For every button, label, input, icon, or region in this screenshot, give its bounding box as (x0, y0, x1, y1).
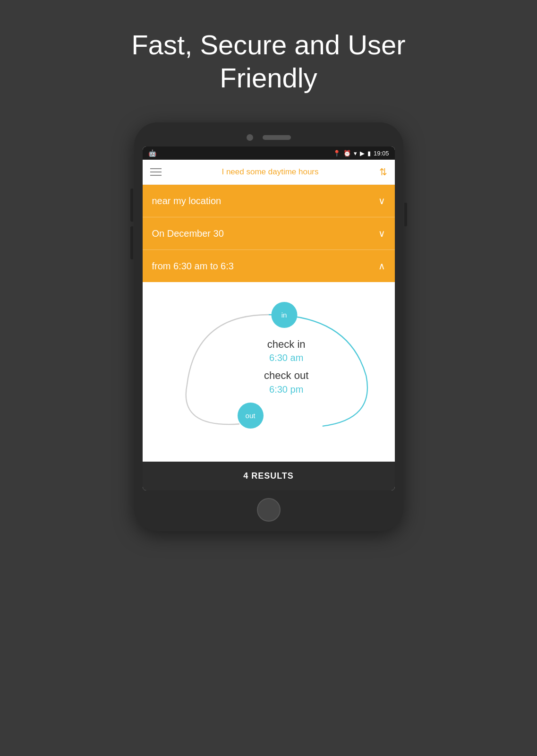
status-time: 19:05 (374, 150, 389, 157)
sort-icon[interactable]: ⇅ (379, 166, 387, 178)
front-camera (247, 134, 253, 141)
location-icon: 📍 (333, 150, 341, 157)
results-bar: 4 RESULTS (143, 462, 395, 490)
volume-down-button (130, 226, 133, 259)
alarm-icon: ⏰ (343, 150, 351, 157)
time-filter-label: from 6:30 am to 6:3 (152, 261, 234, 272)
battery-icon: ▮ (367, 150, 371, 157)
home-button[interactable] (257, 498, 281, 522)
date-filter-label: On December 30 (152, 228, 224, 239)
wifi-icon: ▾ (354, 150, 357, 157)
filter-section: near my location ∨ On December 30 ∨ from… (143, 185, 395, 282)
android-icon: 🤖 (148, 149, 156, 157)
check-out-button[interactable]: out (238, 403, 264, 429)
hamburger-menu-button[interactable] (150, 168, 162, 176)
speaker (263, 135, 291, 140)
time-info: check in 6:30 am check out 6:30 pm (264, 336, 308, 398)
status-bar: 🤖 📍 ⏰ ▾ ▶ ▮ 19:05 (143, 146, 395, 160)
page-title: Fast, Secure and User Friendly (103, 28, 434, 94)
volume-up-button (130, 189, 133, 222)
status-bar-right: 📍 ⏰ ▾ ▶ ▮ 19:05 (333, 150, 389, 157)
location-filter-row[interactable]: near my location ∨ (143, 185, 395, 217)
results-count: 4 RESULTS (243, 471, 294, 481)
location-filter-label: near my location (152, 196, 222, 206)
search-query-title: I need some daytime hours (222, 167, 318, 177)
check-out-value: 6:30 pm (264, 384, 308, 395)
phone-mockup: 🤖 📍 ⏰ ▾ ▶ ▮ 19:05 I need some daytime ho… (134, 122, 403, 531)
signal-icon: ▶ (360, 150, 365, 157)
status-bar-left: 🤖 (148, 149, 156, 157)
check-out-label: check out (264, 367, 308, 384)
phone-bottom-bezel (143, 498, 395, 522)
app-bar: I need some daytime hours ⇅ (143, 160, 395, 185)
phone-top-bezel (143, 134, 395, 141)
time-arc-container: in out check in 6:30 am check out 6:30 p… (152, 292, 385, 443)
check-in-button[interactable]: in (271, 302, 297, 328)
date-filter-row[interactable]: On December 30 ∨ (143, 217, 395, 250)
date-filter-chevron: ∨ (378, 228, 385, 239)
time-filter-chevron: ∧ (378, 260, 385, 272)
power-button (404, 203, 407, 226)
time-picker-section: in out check in 6:30 am check out 6:30 p… (143, 282, 395, 462)
check-in-label: check in (264, 336, 308, 352)
location-filter-chevron: ∨ (378, 195, 385, 206)
check-in-value: 6:30 am (264, 352, 308, 363)
phone-screen: 🤖 📍 ⏰ ▾ ▶ ▮ 19:05 I need some daytime ho… (143, 146, 395, 490)
time-filter-row[interactable]: from 6:30 am to 6:3 ∧ (143, 250, 395, 282)
